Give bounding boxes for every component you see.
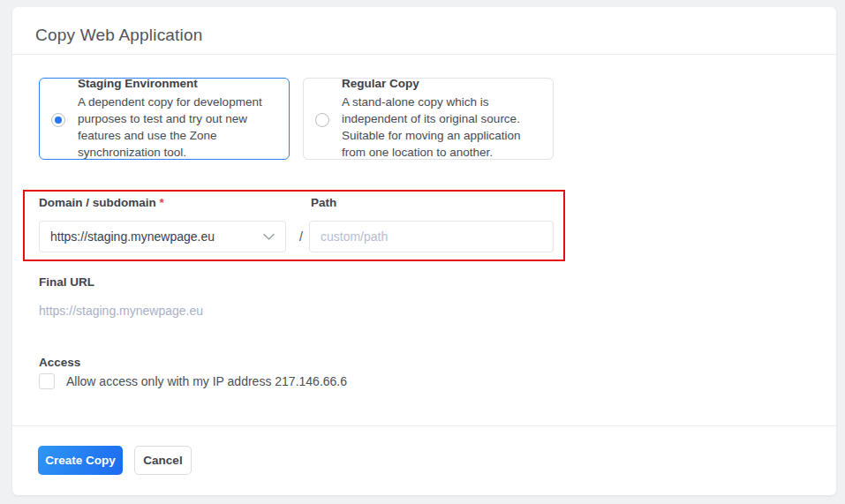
regular-copy-radio[interactable]	[315, 113, 329, 127]
staging-option-title: Staging Environment	[78, 77, 278, 90]
final-url-value: https://staging.mynewpage.eu	[39, 304, 203, 318]
option-staging-environment[interactable]: Staging Environment A dependent copy for…	[39, 78, 290, 160]
cancel-button[interactable]: Cancel	[134, 446, 192, 475]
chevron-down-icon	[263, 229, 275, 244]
url-slash-separator: /	[293, 221, 309, 252]
staging-radio[interactable]	[51, 113, 65, 127]
staging-option-text: Staging Environment A dependent copy for…	[78, 77, 278, 162]
create-copy-button[interactable]: Create Copy	[38, 446, 123, 475]
regular-copy-option-title: Regular Copy	[342, 77, 542, 90]
ip-access-checkbox[interactable]	[39, 373, 55, 389]
regular-copy-option-description: A stand-alone copy which is independent …	[342, 94, 542, 162]
domain-subdomain-label-text: Domain / subdomain	[39, 196, 156, 209]
ip-access-checkbox-label: Allow access only with my IP address 217…	[66, 374, 347, 388]
path-input[interactable]	[309, 221, 554, 252]
final-url-label: Final URL	[39, 275, 94, 289]
staging-option-description: A dependent copy for development purpose…	[78, 94, 278, 162]
footer-divider	[12, 425, 836, 426]
domain-subdomain-label: Domain / subdomain *	[39, 196, 164, 209]
ip-access-checkbox-row[interactable]: Allow access only with my IP address 217…	[39, 373, 347, 389]
option-regular-copy[interactable]: Regular Copy A stand-alone copy which is…	[303, 78, 554, 160]
regular-copy-option-text: Regular Copy A stand-alone copy which is…	[342, 77, 542, 162]
required-asterisk: *	[160, 196, 164, 209]
page-title: Copy Web Application	[35, 26, 203, 45]
copy-web-application-dialog: Copy Web Application Staging Environment…	[12, 7, 836, 495]
domain-select-value: https://staging.mynewpage.eu	[50, 229, 215, 244]
header-divider	[12, 54, 836, 55]
domain-select[interactable]: https://staging.mynewpage.eu	[39, 221, 286, 252]
access-label: Access	[39, 356, 80, 369]
path-label: Path	[311, 196, 336, 209]
